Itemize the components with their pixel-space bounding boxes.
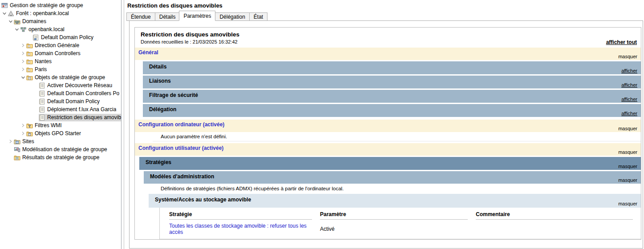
settings-table: Stratégie Paramètre Commentaire Toutes l… [160,208,641,239]
tree-item-label: Default Domain Policy [47,98,100,104]
ou-folder-icon [26,66,33,73]
section-computer-label: Configuration ordinateur (activée) [138,121,224,128]
tab-details[interactable]: Détails [155,12,180,21]
tree-item-label: Default Domain Policy [41,34,93,40]
tree-item-label: Sites [22,138,34,145]
chevron-right-icon[interactable] [20,130,26,137]
chevron-right-icon[interactable] [8,138,14,145]
tree-item-domaines[interactable]: Domaines [0,17,121,25]
tree-item-forest[interactable]: Forêt : openbank.local [0,9,121,17]
section-general-rows: Détails afficher Liaisons afficher Filtr… [135,60,641,120]
tree-item-openbank-domain[interactable]: openbank.local [0,25,121,33]
tree-item-ou-nantes[interactable]: Nantes [0,57,121,65]
row-liaisons-toggle-link[interactable]: afficher [621,82,637,88]
tree-item-label: Déploiement f.lux Ana Garcia [47,106,116,112]
tree-item-starter-gpos[interactable]: Objets GPO Starter [0,129,121,137]
tree-item-default-domain-policy-link[interactable]: Default Domain Policy [0,33,121,41]
section-computer-toggle-link[interactable]: masquer [618,126,637,131]
row-category-label: Système/Accès au stockage amovible [155,197,251,203]
row-admin-templates-label: Modèles d'administration [150,173,214,180]
chevron-right-icon[interactable] [20,42,26,48]
row-strategies-label: Stratégies [146,159,171,165]
gpo-settings-report: Restriction des disques amovibles Donnée… [134,27,641,240]
tree-item-gpo-objects-folder[interactable]: Objets de stratégie de groupe [0,73,121,81]
row-delegation-toggle-link[interactable]: afficher [621,111,637,116]
tree-item-gp-results[interactable]: Résultats de stratégie de groupe [0,153,121,161]
tree-item-gpo-activer-decouverte[interactable]: Activer Découverte Réseau [0,81,121,89]
tree-item-label: Objets GPO Starter [35,130,81,137]
section-general-toggle-link[interactable]: masquer [618,54,637,59]
chevron-right-icon[interactable] [20,50,26,56]
gpo-objects-folder-icon [26,74,33,81]
tree-item-gpo-deploiement-flux[interactable]: Déploiement f.lux Ana Garcia [0,105,121,113]
domain-icon [20,26,27,33]
chevron-down-icon[interactable] [20,74,26,80]
chevron-down-icon[interactable] [14,26,20,32]
gpmc-tree-panel: Gestion de stratégie de groupe Forêt : o… [0,0,122,249]
row-category-stockage-amovible: Système/Accès au stockage amovible masqu… [149,194,641,208]
row-delegation-label: Délégation [149,106,176,112]
tree-item-ou-paris[interactable]: Paris [0,65,121,73]
section-user-label: Configuration utilisateur (activée) [138,145,223,151]
tree-item-label: Résultats de stratégie de groupe [22,154,99,161]
tree-item-gp-modeling[interactable]: Modélisation de stratégie de groupe [0,145,121,153]
gpo-detail-pane: Restriction des disques amovibles Étendu… [126,0,644,249]
tree-item-wmi-filters[interactable]: Filtres WMI [0,121,121,129]
show-all-link[interactable]: afficher tout [606,39,637,45]
tab-delegation[interactable]: Délégation [215,12,249,21]
chevron-down-icon[interactable] [1,10,8,16]
section-user-toggle-link[interactable]: masquer [618,149,637,155]
column-header-strategie: Stratégie [169,211,312,220]
tree-item-gpo-default-domain-policy[interactable]: Default Domain Policy [0,97,121,105]
results-icon [14,154,21,161]
gpo-link-icon [32,34,40,41]
tree-item-root-console[interactable]: Gestion de stratégie de groupe [0,1,121,9]
tree-item-sites[interactable]: Sites [0,137,121,145]
tree-item-label: Domain Controllers [35,50,81,56]
ou-folder-icon [26,42,33,49]
row-strategies-toggle-link[interactable]: masquer [618,164,637,169]
forest-icon [8,10,15,17]
gpo-icon [39,106,46,113]
row-details-label: Détails [149,64,166,70]
gpo-icon [39,98,46,105]
section-general-label: Général [138,49,158,56]
starter-gpo-folder-icon [26,130,33,137]
tree-item-label: Restriction des disques amovib [47,114,121,120]
chevron-right-icon[interactable] [20,66,26,72]
tab-etat[interactable]: État [249,12,267,21]
panel-splitter[interactable] [124,0,124,249]
chevron-right-icon[interactable] [20,122,26,129]
tree-item-ou-direction-generale[interactable]: Direction Générale [0,41,121,49]
tree-item-label: Activer Découverte Réseau [47,82,112,88]
tree-item-label: openbank.local [28,26,65,32]
gpo-icon [39,90,46,97]
section-computer-config: Configuration ordinateur (activée) masqu… [135,120,641,132]
chevron-right-icon[interactable] [20,58,26,64]
gpo-tab-strip: Étendue Détails Paramètres Délégation Ét… [126,12,267,21]
tab-parametres[interactable]: Paramètres [179,11,215,21]
admx-note-text: Définitions de stratégies (fichiers ADMX… [160,185,641,193]
tree-item-label: Paris [35,66,47,72]
tree-item-ou-domain-controllers[interactable]: Domain Controllers [0,49,121,57]
row-admin-templates-toggle-link[interactable]: masquer [618,177,637,183]
row-details: Détails afficher [143,61,641,74]
chevron-down-icon[interactable] [8,18,14,24]
tree-item-gpo-restriction-disques[interactable]: Restriction des disques amovib [0,113,121,121]
wmi-folder-icon [26,122,33,129]
row-admin-templates: Modèles d'administration masquer [144,171,641,184]
tree-item-gpo-default-dc-policy[interactable]: Default Domain Controllers Po [0,89,121,97]
row-strategies: Stratégies masquer [139,157,641,170]
row-filtrage-toggle-link[interactable]: afficher [621,96,637,102]
settings-table-header-row: Stratégie Paramètre Commentaire [160,208,641,220]
row-category-toggle-link[interactable]: masquer [618,201,637,206]
settings-tab-page: Restriction des disques amovibles Donnée… [129,20,643,249]
tree-item-label: Modélisation de stratégie de groupe [22,146,107,153]
modeling-icon [14,146,21,153]
row-delegation: Délégation afficher [143,104,641,117]
gpo-icon [39,114,46,121]
tab-etendue[interactable]: Étendue [126,12,155,21]
policy-setting-link[interactable]: Toutes les classes de stockage amovible … [169,223,307,235]
row-details-toggle-link[interactable]: afficher [621,68,637,73]
tree-item-label: Gestion de stratégie de groupe [10,2,83,8]
